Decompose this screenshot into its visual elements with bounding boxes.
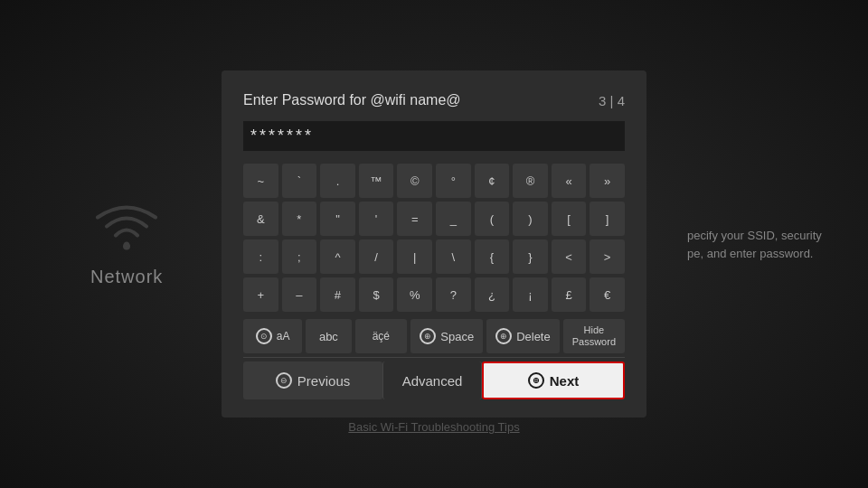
key-ampersand[interactable]: & bbox=[243, 202, 278, 236]
delete-label: Delete bbox=[516, 330, 551, 343]
action-row: ⊙ aA abc äçé ⊕ Space ⊕ Delete HidePasswo… bbox=[243, 319, 625, 353]
switch-case-button[interactable]: ⊙ aA bbox=[243, 319, 302, 353]
next-label: Next bbox=[550, 373, 580, 389]
accent-button[interactable]: äçé bbox=[355, 319, 408, 353]
key-hash[interactable]: # bbox=[320, 277, 355, 312]
key-degree[interactable]: ° bbox=[436, 164, 471, 198]
key-rbrace[interactable]: } bbox=[513, 239, 548, 274]
prev-icon: ⊖ bbox=[276, 372, 292, 389]
key-lt[interactable]: < bbox=[552, 239, 587, 274]
key-underscore[interactable]: _ bbox=[436, 202, 471, 236]
dialog-header: Enter Password for @wifi name@ 3 | 4 bbox=[243, 92, 625, 108]
key-pipe[interactable]: | bbox=[397, 239, 432, 274]
switch-label: aA bbox=[277, 330, 290, 343]
key-caret[interactable]: ^ bbox=[320, 239, 355, 274]
key-period[interactable]: . bbox=[320, 164, 355, 198]
abc-button[interactable]: abc bbox=[306, 319, 351, 353]
key-raquo[interactable]: » bbox=[590, 164, 625, 198]
key-row-1: ~ ` . ™ © ° ¢ ® « » bbox=[243, 164, 625, 198]
key-dquote[interactable]: " bbox=[320, 202, 355, 236]
advanced-button[interactable]: Advanced bbox=[382, 361, 482, 399]
key-equals[interactable]: = bbox=[397, 202, 432, 236]
key-registered[interactable]: ® bbox=[513, 164, 548, 198]
delete-icon: ⊕ bbox=[495, 328, 512, 344]
advanced-label: Advanced bbox=[402, 373, 463, 389]
key-lbracket[interactable]: [ bbox=[552, 202, 587, 236]
delete-button[interactable]: ⊕ Delete bbox=[486, 319, 560, 353]
dialog-title: Enter Password for @wifi name@ bbox=[243, 92, 461, 108]
key-tilde[interactable]: ~ bbox=[243, 164, 278, 198]
switch-icon: ⊙ bbox=[256, 328, 272, 344]
key-row-4: + – # $ % ? ¿ ¡ £ € bbox=[243, 277, 625, 312]
key-copyright[interactable]: © bbox=[397, 164, 432, 198]
key-pound[interactable]: £ bbox=[552, 277, 587, 312]
key-colon[interactable]: : bbox=[243, 239, 278, 274]
key-rparen[interactable]: ) bbox=[513, 202, 548, 236]
wifi-icon bbox=[90, 202, 163, 256]
hide-label: HidePassword bbox=[572, 324, 616, 348]
next-icon: ⊕ bbox=[528, 372, 544, 389]
key-tm[interactable]: ™ bbox=[359, 164, 394, 198]
space-button[interactable]: ⊕ Space bbox=[410, 319, 483, 353]
key-dollar[interactable]: $ bbox=[359, 277, 394, 312]
key-percent[interactable]: % bbox=[397, 277, 432, 312]
network-label: Network bbox=[90, 267, 163, 287]
key-row-2: & * " ' = _ ( ) [ ] bbox=[243, 202, 625, 236]
key-gt[interactable]: > bbox=[590, 239, 625, 274]
key-lbrace[interactable]: { bbox=[475, 239, 510, 274]
key-slash[interactable]: / bbox=[359, 239, 394, 274]
key-row-3: : ; ^ / | \ { } < > bbox=[243, 239, 625, 274]
space-label: Space bbox=[440, 330, 474, 343]
accent-label: äçé bbox=[373, 330, 390, 343]
key-laquo[interactable]: « bbox=[552, 164, 587, 198]
key-semicolon[interactable]: ; bbox=[282, 239, 317, 274]
right-hint-text: pecify your SSID, security pe, and enter… bbox=[687, 227, 841, 262]
password-dialog: Enter Password for @wifi name@ 3 | 4 ~ `… bbox=[222, 70, 646, 418]
key-squote[interactable]: ' bbox=[359, 202, 394, 236]
key-lparen[interactable]: ( bbox=[475, 202, 510, 236]
space-icon: ⊕ bbox=[420, 328, 436, 344]
previous-button[interactable]: ⊖ Previous bbox=[243, 361, 382, 399]
nav-row: ⊖ Previous Advanced ⊕ Next bbox=[243, 357, 625, 399]
bottom-link[interactable]: Basic Wi-Fi Troubleshooting Tips bbox=[348, 420, 519, 434]
dialog-step: 3 | 4 bbox=[599, 93, 625, 108]
key-iquest[interactable]: ¿ bbox=[475, 277, 510, 312]
keyboard: ~ ` . ™ © ° ¢ ® « » & * " ' = _ ( ) [ ] … bbox=[243, 164, 625, 353]
key-euro[interactable]: € bbox=[590, 277, 625, 312]
password-input[interactable] bbox=[243, 121, 625, 151]
previous-label: Previous bbox=[297, 373, 350, 389]
network-section: Network bbox=[90, 202, 163, 287]
key-cent[interactable]: ¢ bbox=[475, 164, 510, 198]
key-backslash[interactable]: \ bbox=[436, 239, 471, 274]
abc-label: abc bbox=[319, 330, 338, 343]
next-button[interactable]: ⊕ Next bbox=[482, 361, 625, 399]
hide-password-button[interactable]: HidePassword bbox=[563, 319, 625, 353]
key-asterisk[interactable]: * bbox=[282, 202, 317, 236]
key-question[interactable]: ? bbox=[436, 277, 471, 312]
svg-point-0 bbox=[123, 243, 130, 250]
key-iexcl[interactable]: ¡ bbox=[513, 277, 548, 312]
key-backtick[interactable]: ` bbox=[282, 164, 317, 198]
key-rbracket[interactable]: ] bbox=[590, 202, 625, 236]
key-endash[interactable]: – bbox=[282, 277, 317, 312]
key-plus[interactable]: + bbox=[243, 277, 278, 312]
